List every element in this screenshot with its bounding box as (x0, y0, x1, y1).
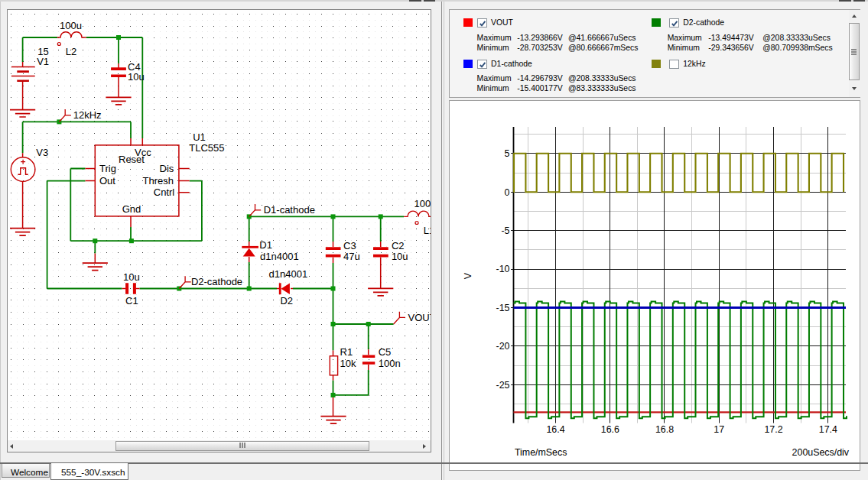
svg-text:TLC555: TLC555 (189, 142, 224, 154)
svg-text:D1-cathode: D1-cathode (264, 204, 315, 216)
svg-text:17.2: 17.2 (764, 424, 782, 435)
svg-text:Trig: Trig (99, 163, 116, 174)
svg-text:C2: C2 (392, 240, 405, 251)
svg-text:C1: C1 (125, 295, 138, 306)
svg-text:Dis: Dis (160, 163, 174, 174)
svg-text:0: 0 (505, 187, 510, 198)
svg-text:R1: R1 (340, 346, 353, 358)
svg-text:10k: 10k (340, 358, 356, 369)
svg-text:17.4: 17.4 (819, 424, 837, 435)
svg-text:-20: -20 (496, 341, 510, 352)
svg-text:V3: V3 (36, 147, 48, 158)
svg-text:-25: -25 (496, 380, 510, 391)
svg-text:Reset: Reset (119, 154, 145, 165)
svg-text:d1n4001: d1n4001 (269, 268, 308, 280)
svg-text:200uSecs/div: 200uSecs/div (792, 447, 850, 458)
svg-text:47u: 47u (343, 251, 360, 262)
svg-text:D2: D2 (280, 295, 293, 306)
svg-text:C5: C5 (379, 346, 392, 358)
svg-text:16.8: 16.8 (655, 424, 674, 435)
svg-text:U1: U1 (193, 131, 206, 143)
svg-text:Out: Out (99, 175, 115, 186)
svg-text:D2-cathode: D2-cathode (191, 276, 242, 287)
svg-text:100u: 100u (414, 198, 431, 209)
svg-text:16.4: 16.4 (546, 424, 564, 435)
svg-text:-5: -5 (501, 225, 509, 236)
svg-text:C3: C3 (343, 240, 356, 251)
svg-text:17: 17 (714, 424, 724, 435)
svg-text:100n: 100n (379, 358, 401, 369)
svg-text:5: 5 (505, 148, 510, 159)
svg-text:D1: D1 (259, 239, 272, 251)
svg-text:-15: -15 (496, 303, 510, 313)
svg-text:VOUT: VOUT (408, 312, 431, 323)
svg-text:L1: L1 (424, 225, 431, 236)
svg-text:10u: 10u (392, 251, 408, 262)
svg-text:-10: -10 (496, 264, 510, 274)
svg-text:Cntrl: Cntrl (154, 186, 175, 198)
svg-text:100u: 100u (60, 20, 82, 31)
svg-text:d1n4001: d1n4001 (260, 251, 299, 262)
svg-text:Gnd: Gnd (122, 203, 141, 215)
svg-text:10u: 10u (128, 71, 145, 83)
svg-text:V: V (463, 272, 473, 279)
svg-text:Thresh: Thresh (143, 175, 174, 186)
svg-text:10u: 10u (123, 271, 140, 283)
svg-text:16.6: 16.6 (601, 424, 619, 435)
svg-text:Time/mSecs: Time/mSecs (515, 447, 567, 458)
svg-text:L2: L2 (66, 46, 76, 57)
svg-text:12kHz: 12kHz (73, 109, 102, 121)
svg-text:V1: V1 (37, 56, 49, 67)
